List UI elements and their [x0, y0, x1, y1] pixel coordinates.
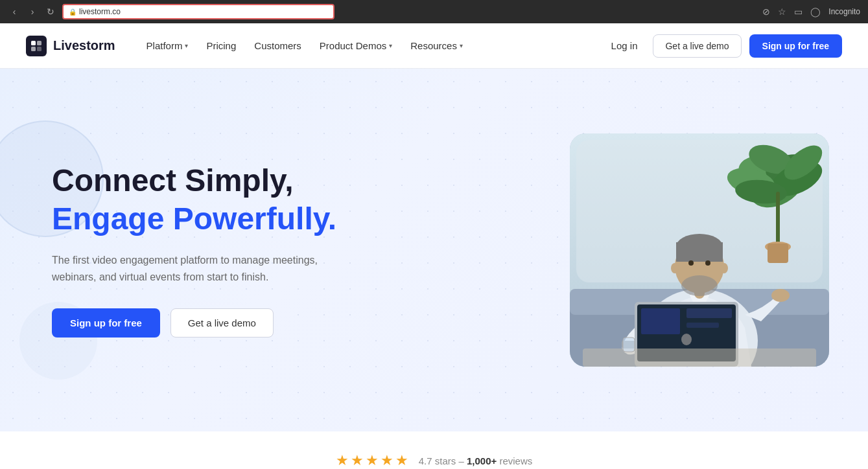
nav-demos-label: Product Demos	[320, 40, 386, 51]
hero-image-area	[570, 133, 829, 367]
hero-section: Connect Simply, Engage Powerfully. The f…	[0, 69, 868, 431]
svg-rect-1	[37, 41, 41, 45]
svg-rect-38	[583, 349, 816, 367]
camera-icon[interactable]: ⊘	[762, 6, 770, 17]
profile-icon[interactable]: ◯	[810, 6, 821, 17]
star-2: ★	[351, 452, 364, 469]
nav-resources-label: Resources	[410, 40, 457, 51]
svg-point-26	[688, 260, 694, 266]
svg-rect-2	[31, 47, 36, 51]
svg-rect-34	[641, 308, 680, 334]
nav-item-customers[interactable]: Customers	[246, 35, 309, 56]
incognito-label: Incognito	[828, 7, 860, 16]
nav-item-pricing[interactable]: Pricing	[198, 35, 244, 56]
refresh-button[interactable]: ↻	[44, 5, 57, 18]
logo-text: Livestorm	[53, 38, 115, 53]
hero-description: The first video engagement platform to m…	[52, 252, 331, 285]
star-1: ★	[336, 452, 349, 469]
reviews-text: 4.7 stars – 1,000+ reviews	[419, 455, 533, 466]
logo-link[interactable]: Livestorm	[26, 36, 115, 56]
browser-chrome: ‹ › ↻ 🔒 livestorm.co ⊘ ☆ ▭ ◯ Incognito	[0, 0, 868, 23]
hero-title-blue: Engage Powerfully.	[52, 201, 336, 236]
reviews-separator: –	[458, 455, 467, 466]
nav-pricing-label: Pricing	[206, 40, 236, 51]
svg-rect-24	[676, 242, 723, 262]
platform-chevron-icon: ▾	[185, 42, 188, 49]
star-3: ★	[366, 452, 379, 469]
demos-chevron-icon: ▾	[389, 42, 392, 49]
reviews-count: 1,000+	[467, 455, 497, 466]
hero-signup-button[interactable]: Sign up for free	[52, 308, 160, 337]
signup-button[interactable]: Sign up for free	[749, 34, 842, 58]
logo-icon	[26, 36, 47, 56]
nav-item-product-demos[interactable]: Product Demos ▾	[312, 35, 400, 56]
svg-rect-35	[686, 308, 732, 318]
nav-item-platform[interactable]: Platform ▾	[139, 35, 196, 56]
svg-point-25	[681, 275, 718, 296]
svg-rect-17	[768, 244, 788, 263]
forward-button[interactable]: ›	[26, 5, 39, 18]
svg-rect-39	[623, 337, 635, 352]
address-bar[interactable]: 🔒 livestorm.co	[62, 4, 334, 19]
hero-buttons: Sign up for free Get a live demo	[52, 308, 336, 337]
nav-customers-label: Customers	[254, 40, 301, 51]
svg-rect-36	[686, 323, 719, 328]
browser-actions: ⊘ ☆ ▭ ◯ Incognito	[762, 6, 860, 17]
hero-title-black: Connect Simply,	[52, 163, 336, 198]
login-button[interactable]: Log in	[604, 35, 646, 56]
star-rating: ★ ★ ★ ★ ★	[336, 452, 408, 469]
svg-point-37	[681, 334, 692, 345]
svg-point-27	[705, 260, 710, 266]
url-text: livestorm.co	[79, 7, 121, 16]
rating-value: 4.7 stars	[419, 455, 456, 466]
svg-point-30	[771, 289, 790, 302]
nav-platform-label: Platform	[147, 40, 183, 51]
reviews-section: ★ ★ ★ ★ ★ 4.7 stars – 1,000+ reviews	[0, 431, 868, 469]
hero-demo-button[interactable]: Get a live demo	[170, 308, 274, 337]
hero-image	[570, 133, 829, 367]
back-button[interactable]: ‹	[8, 5, 21, 18]
extensions-icon[interactable]: ▭	[794, 6, 803, 17]
hero-content: Connect Simply, Engage Powerfully. The f…	[52, 163, 336, 338]
svg-rect-3	[37, 47, 41, 51]
resources-chevron-icon: ▾	[460, 42, 463, 49]
nav-links: Platform ▾ Pricing Customers Product Dem…	[139, 35, 604, 56]
svg-rect-15	[776, 192, 780, 244]
svg-point-28	[671, 263, 679, 273]
svg-point-29	[720, 263, 728, 273]
live-demo-button[interactable]: Get a live demo	[653, 34, 741, 58]
star-5: ★	[395, 452, 408, 469]
star-4: ★	[381, 452, 393, 469]
navbar: Livestorm Platform ▾ Pricing Customers P…	[0, 23, 868, 69]
nav-item-resources[interactable]: Resources ▾	[403, 35, 471, 56]
bookmark-icon[interactable]: ☆	[778, 6, 786, 17]
svg-rect-0	[31, 41, 36, 45]
nav-right: Log in Get a live demo Sign up for free	[604, 34, 842, 58]
reviews-word: reviews	[499, 455, 532, 466]
lock-icon: 🔒	[69, 8, 76, 16]
